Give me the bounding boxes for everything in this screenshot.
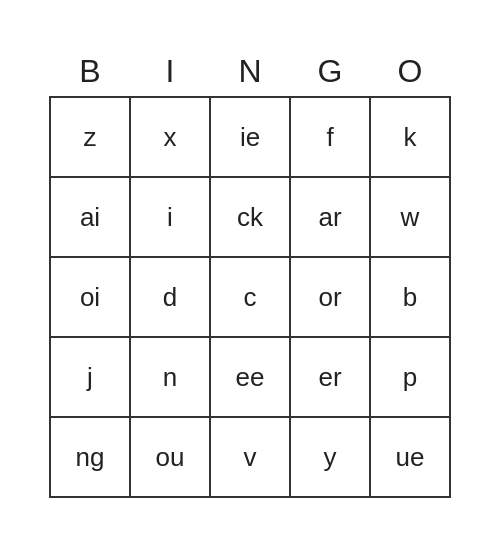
bingo-card: BINGO zxiefkaiickarwoidcorbjneeerpngouvy… bbox=[49, 46, 451, 498]
header-letter-O: O bbox=[370, 46, 450, 96]
grid-cell-r2-c1: d bbox=[131, 258, 211, 338]
grid-cell-r2-c3: or bbox=[291, 258, 371, 338]
grid-cell-r4-c1: ou bbox=[131, 418, 211, 498]
header-letter-G: G bbox=[290, 46, 370, 96]
grid-cell-r1-c1: i bbox=[131, 178, 211, 258]
header-letter-B: B bbox=[50, 46, 130, 96]
grid-cell-r3-c2: ee bbox=[211, 338, 291, 418]
grid-cell-r3-c0: j bbox=[51, 338, 131, 418]
bingo-header: BINGO bbox=[50, 46, 450, 96]
grid-cell-r2-c4: b bbox=[371, 258, 451, 338]
header-letter-N: N bbox=[210, 46, 290, 96]
grid-cell-r0-c1: x bbox=[131, 98, 211, 178]
header-letter-I: I bbox=[130, 46, 210, 96]
grid-cell-r3-c1: n bbox=[131, 338, 211, 418]
grid-cell-r0-c4: k bbox=[371, 98, 451, 178]
grid-cell-r1-c3: ar bbox=[291, 178, 371, 258]
grid-cell-r0-c2: ie bbox=[211, 98, 291, 178]
grid-cell-r3-c4: p bbox=[371, 338, 451, 418]
grid-cell-r4-c3: y bbox=[291, 418, 371, 498]
grid-cell-r1-c0: ai bbox=[51, 178, 131, 258]
grid-cell-r4-c0: ng bbox=[51, 418, 131, 498]
grid-cell-r2-c0: oi bbox=[51, 258, 131, 338]
grid-cell-r4-c2: v bbox=[211, 418, 291, 498]
grid-cell-r1-c4: w bbox=[371, 178, 451, 258]
grid-cell-r2-c2: c bbox=[211, 258, 291, 338]
grid-cell-r0-c0: z bbox=[51, 98, 131, 178]
grid-cell-r4-c4: ue bbox=[371, 418, 451, 498]
grid-cell-r3-c3: er bbox=[291, 338, 371, 418]
bingo-grid: zxiefkaiickarwoidcorbjneeerpngouvyue bbox=[49, 96, 451, 498]
grid-cell-r0-c3: f bbox=[291, 98, 371, 178]
grid-cell-r1-c2: ck bbox=[211, 178, 291, 258]
